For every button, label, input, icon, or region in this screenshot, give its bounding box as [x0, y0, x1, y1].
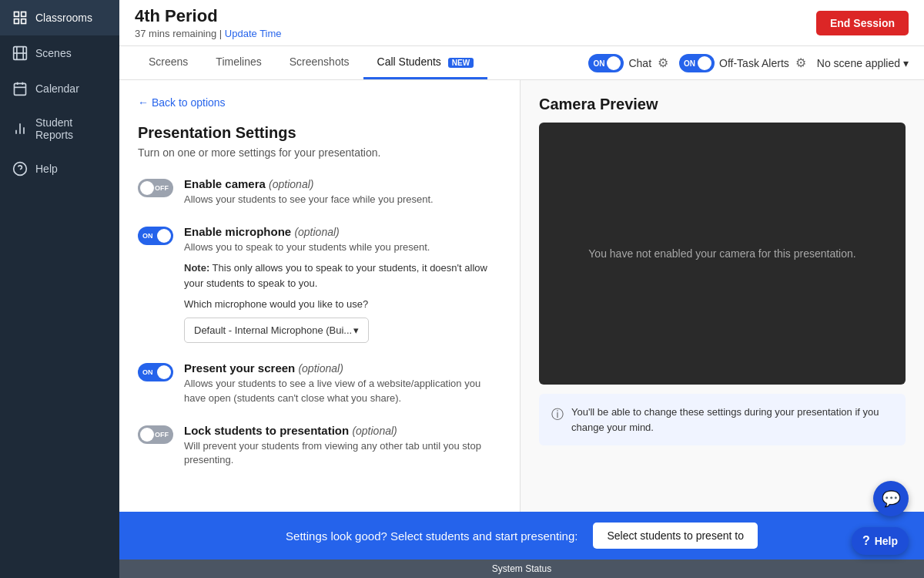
present-screen-toggle-col: ON — [138, 363, 173, 381]
sidebar-calendar-label: Calendar — [35, 82, 79, 95]
info-text: You'll be able to change these settings … — [571, 405, 893, 435]
chat-toggle-group: ON Chat ⚙ — [588, 54, 670, 72]
tab-timelines[interactable]: Timelines — [202, 46, 275, 79]
svg-rect-0 — [15, 12, 19, 17]
left-panel: ← Back to options Presentation Settings … — [119, 80, 520, 512]
tab-call-students[interactable]: Call Students NEW — [363, 46, 488, 79]
off-task-toggle[interactable]: ON — [679, 54, 715, 72]
camera-desc: Allows your students to see your face wh… — [184, 193, 434, 207]
topbar: 4th Period 37 mins remaining | Update Ti… — [119, 0, 924, 46]
svg-rect-1 — [22, 12, 26, 17]
help-fab-button[interactable]: ? Help — [852, 527, 909, 555]
update-time-link[interactable]: Update Time — [225, 28, 282, 39]
present-screen-content: Present your screen (optional) Allows yo… — [184, 361, 501, 405]
page-title: 4th Period — [135, 6, 282, 26]
svg-rect-8 — [15, 83, 26, 95]
sidebar-item-student-reports[interactable]: Student Reports — [0, 106, 119, 151]
setting-microphone: ON Enable microphone (optional) Allows y… — [138, 225, 501, 343]
help-circle-icon — [12, 161, 28, 176]
help-fab-label: Help — [875, 535, 898, 547]
bottom-bar: Settings look good? Select students and … — [119, 512, 924, 560]
sidebar-item-classrooms[interactable]: Classrooms — [0, 0, 119, 35]
scene-selector[interactable]: No scene applied ▾ — [817, 57, 909, 69]
system-status-bar[interactable]: System Status — [119, 560, 924, 578]
system-status-label: System Status — [492, 563, 551, 574]
end-session-button[interactable]: End Session — [816, 11, 909, 35]
right-panel: Camera Preview You have not enabled your… — [520, 80, 924, 512]
film-icon — [12, 45, 28, 61]
info-icon: ⓘ — [551, 405, 564, 424]
camera-info-box: ⓘ You'll be able to change these setting… — [539, 394, 906, 445]
sidebar-classrooms-label: Classrooms — [35, 12, 92, 24]
setting-lock-students: OFF Lock students to presentation (optio… — [138, 424, 501, 467]
back-link[interactable]: ← Back to options — [138, 96, 226, 109]
microphone-question: Which microphone would you like to use? — [184, 298, 501, 310]
chevron-down-icon: ▾ — [903, 57, 909, 69]
setting-present-screen: ON Present your screen (optional) Allows… — [138, 361, 501, 405]
section-title: Presentation Settings — [138, 124, 501, 142]
grid-icon — [12, 10, 28, 25]
lock-students-toggle[interactable]: OFF — [138, 425, 173, 444]
microphone-toggle-col: ON — [138, 227, 173, 245]
sidebar: Classrooms Scenes Calendar Student Repor… — [0, 0, 119, 578]
chat-fab-button[interactable]: 💬 — [873, 481, 909, 516]
off-task-settings-gear[interactable]: ⚙ — [794, 54, 808, 72]
barchart-icon — [12, 121, 28, 136]
time-info: 37 mins remaining | Update Time — [135, 28, 282, 39]
time-remaining: 37 mins remaining — [135, 28, 216, 39]
lock-students-title: Lock students to presentation (optional) — [184, 424, 501, 437]
setting-camera: OFF Enable camera (optional) Allows your… — [138, 177, 501, 207]
microphone-select[interactable]: Default - Internal Microphone (Bui... ▾ — [184, 318, 369, 343]
tab-screenshots[interactable]: Screenshots — [276, 46, 363, 79]
lock-students-toggle-col: OFF — [138, 425, 173, 444]
chat-label: Chat — [628, 57, 651, 69]
section-subtitle: Turn on one or more settings for your pr… — [138, 146, 501, 159]
camera-placeholder-text: You have not enabled your camera for thi… — [588, 247, 855, 260]
microphone-toggle[interactable]: ON — [138, 227, 173, 245]
microphone-title: Enable microphone (optional) — [184, 225, 501, 238]
off-task-toggle-group: ON Off-Task Alerts ⚙ — [679, 54, 808, 72]
present-screen-toggle[interactable]: ON — [138, 363, 173, 381]
new-badge: NEW — [448, 58, 474, 68]
camera-toggle[interactable]: OFF — [138, 179, 173, 197]
present-screen-title: Present your screen (optional) — [184, 361, 501, 375]
microphone-content: Enable microphone (optional) Allows you … — [184, 225, 501, 343]
content-area: ← Back to options Presentation Settings … — [119, 80, 924, 512]
chat-toggle[interactable]: ON — [588, 54, 624, 72]
camera-preview-area: You have not enabled your camera for thi… — [539, 123, 906, 385]
camera-title: Enable camera (optional) — [184, 177, 434, 190]
sidebar-item-scenes[interactable]: Scenes — [0, 35, 119, 71]
sidebar-item-calendar[interactable]: Calendar — [0, 71, 119, 106]
svg-rect-2 — [15, 19, 19, 24]
topbar-left: 4th Period 37 mins remaining | Update Ti… — [135, 6, 282, 39]
sidebar-item-help[interactable]: Help — [0, 151, 119, 187]
sidebar-help-label: Help — [35, 163, 58, 175]
chat-fab-icon: 💬 — [882, 489, 901, 508]
sidebar-student-reports-label: Student Reports — [35, 116, 107, 141]
calendar-icon — [12, 81, 28, 96]
help-circle-fab-icon: ? — [862, 534, 870, 548]
camera-preview-title: Camera Preview — [539, 96, 906, 113]
svg-rect-3 — [22, 19, 26, 24]
tabs-row: Screens Timelines Screenshots Call Stude… — [119, 46, 924, 80]
chat-settings-gear[interactable]: ⚙ — [656, 54, 670, 72]
camera-content: Enable camera (optional) Allows your stu… — [184, 177, 434, 207]
bottom-bar-text: Settings look good? Select students and … — [286, 529, 578, 543]
microphone-note: Note: This only allows you to speak to y… — [184, 260, 501, 291]
sidebar-scenes-label: Scenes — [35, 47, 72, 59]
select-students-button[interactable]: Select students to present to — [593, 523, 757, 549]
tab-screens[interactable]: Screens — [135, 46, 202, 79]
main-content: 4th Period 37 mins remaining | Update Ti… — [119, 0, 924, 578]
off-task-label: Off-Task Alerts — [719, 57, 789, 69]
lock-students-content: Lock students to presentation (optional)… — [184, 424, 501, 467]
microphone-chevron-icon: ▾ — [353, 324, 359, 336]
camera-toggle-col: OFF — [138, 179, 173, 197]
